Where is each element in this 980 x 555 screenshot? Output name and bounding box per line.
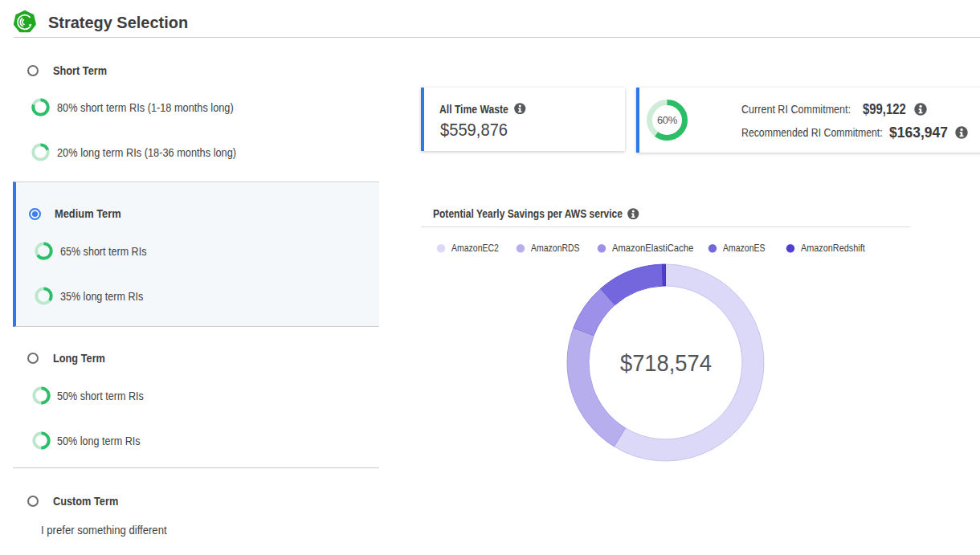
svg-text:AmazonElastiCache: AmazonElastiCache: [612, 243, 694, 255]
svg-text:AmazonEC2: AmazonEC2: [451, 243, 499, 254]
svg-text:AmazonES: AmazonES: [723, 243, 766, 254]
svg-text:AmazonRedshift: AmazonRedshift: [801, 243, 865, 254]
svg-text:60%: 60%: [657, 114, 678, 126]
svg-text:AmazonRDS: AmazonRDS: [531, 243, 580, 254]
